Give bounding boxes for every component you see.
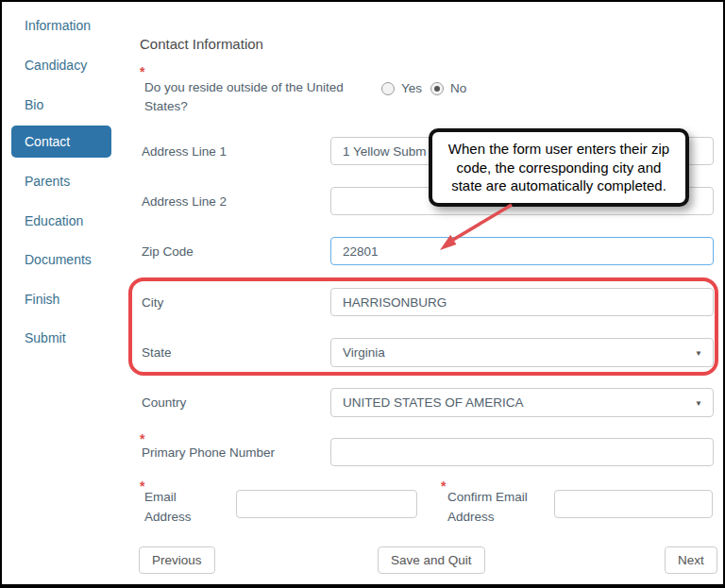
email-address-label: Email Address xyxy=(144,488,203,528)
zip-code-input[interactable] xyxy=(330,237,714,265)
next-button[interactable]: Next xyxy=(665,546,717,574)
sidebar-item-documents[interactable]: Documents xyxy=(25,252,92,267)
confirm-email-label: Confirm Email Address xyxy=(447,488,537,528)
sidebar-item-candidacy[interactable]: Candidacy xyxy=(25,58,87,73)
confirm-email-input[interactable] xyxy=(554,490,713,518)
zip-autocomplete-callout: When the form user enters their zip code… xyxy=(429,128,689,207)
previous-button[interactable]: Previous xyxy=(139,546,215,574)
city-input[interactable] xyxy=(330,288,714,316)
email-address-input[interactable] xyxy=(236,490,417,518)
save-and-quit-button[interactable]: Save and Quit xyxy=(378,546,485,574)
reside-yes-label: Yes xyxy=(401,81,422,95)
country-label: Country xyxy=(142,395,186,410)
sidebar-item-finish[interactable]: Finish xyxy=(25,292,59,307)
primary-phone-input[interactable] xyxy=(330,438,714,466)
sidebar-item-parents[interactable]: Parents xyxy=(25,174,70,189)
chevron-down-icon: ▼ xyxy=(695,399,702,408)
country-selected-value: UNITED STATES OF AMERICA xyxy=(343,395,524,410)
state-label: State xyxy=(142,345,172,360)
sidebar-item-submit[interactable]: Submit xyxy=(25,330,66,345)
sidebar-item-bio[interactable]: Bio xyxy=(25,97,43,112)
reside-no-label: No xyxy=(450,81,466,95)
page-title: Contact Information xyxy=(140,36,263,52)
state-selected-value: Virginia xyxy=(343,345,385,360)
sidebar-item-education[interactable]: Education xyxy=(25,213,83,228)
zip-code-label: Zip Code xyxy=(142,244,194,259)
state-select[interactable]: Virginia ▼ xyxy=(330,338,714,367)
sidebar-item-contact-active[interactable]: Contact xyxy=(11,126,111,158)
chevron-down-icon: ▼ xyxy=(695,349,702,358)
address-line-2-label: Address Line 2 xyxy=(142,194,227,209)
reside-no-radio[interactable] xyxy=(430,82,444,95)
required-asterisk: * xyxy=(140,64,144,79)
required-asterisk: * xyxy=(140,431,144,446)
reside-question-label: Do you reside outside of the United Stat… xyxy=(144,78,366,117)
required-asterisk: * xyxy=(441,479,446,494)
primary-phone-label: Primary Phone Number xyxy=(142,445,275,460)
address-line-1-label: Address Line 1 xyxy=(142,144,227,159)
city-label: City xyxy=(142,295,163,310)
reside-yes-radio[interactable] xyxy=(381,82,395,95)
sidebar-item-information[interactable]: Information xyxy=(25,18,91,33)
country-select[interactable]: UNITED STATES OF AMERICA ▼ xyxy=(330,388,714,417)
application-window: Information Candidacy Bio Contact Parent… xyxy=(0,0,725,588)
